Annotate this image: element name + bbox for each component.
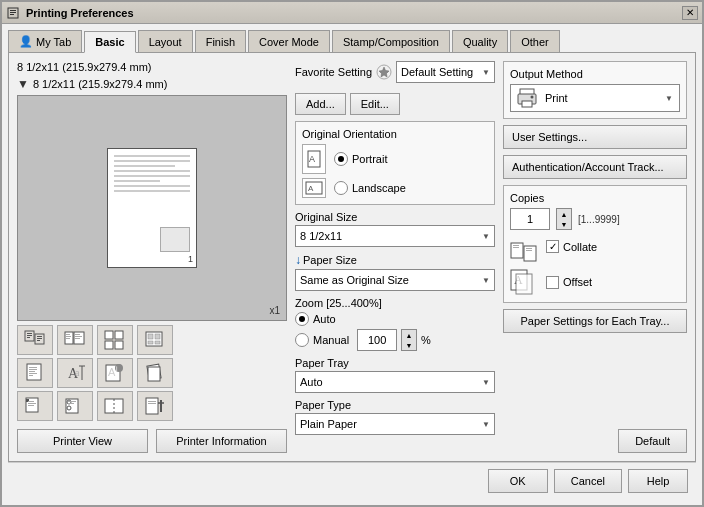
svg-rect-80 [516,274,532,294]
favorite-row: Favorite Setting Default Setting ▼ [295,61,495,83]
fold-icon-btn[interactable] [97,391,133,421]
middle-panel: Favorite Setting Default Setting ▼ Add. [295,61,495,453]
zoom-unit: % [421,334,431,346]
zoom-down-button[interactable]: ▼ [402,340,416,350]
copies-input[interactable] [510,208,550,230]
svg-rect-11 [37,340,40,341]
printer-view-button[interactable]: Printer View [17,429,148,453]
main-content: 👤 My Tab Basic Layout Finish Cover Mode … [2,24,702,505]
portrait-radio[interactable]: Portrait [334,152,387,166]
zoom-up-button[interactable]: ▲ [402,330,416,340]
help-button[interactable]: Help [628,469,688,493]
portrait-radio-icon [334,152,348,166]
svg-rect-18 [75,336,82,337]
svg-rect-26 [155,334,160,339]
svg-rect-13 [66,334,70,335]
svg-rect-48 [28,403,36,404]
manual-zoom-label: Manual [313,334,349,346]
default-button[interactable]: Default [618,429,687,453]
offset-row: A Offset [510,268,680,296]
tab-layout[interactable]: Layout [138,30,193,52]
paper-type-group: Paper Type Plain Paper ▼ [295,399,495,435]
collate-label: Collate [563,241,597,253]
user-settings-button[interactable]: User Settings... [503,125,687,149]
svg-rect-31 [29,369,37,370]
page-line [114,165,175,167]
svg-rect-30 [29,367,37,368]
tab-other[interactable]: Other [510,30,560,52]
original-size-select[interactable]: 8 1/2x11 ▼ [295,225,495,247]
print-page-icon-btn[interactable] [17,358,53,388]
output-method-select[interactable]: Print ▼ [510,84,680,112]
staple-icon-btn[interactable] [17,391,53,421]
svg-rect-1 [10,10,16,11]
copies-down-button[interactable]: ▼ [557,219,571,229]
paper-size-label: Paper Size [303,254,357,266]
favorite-select[interactable]: Default Setting ▼ [396,61,495,83]
paper-type-select[interactable]: Plain Paper ▼ [295,413,495,435]
paper-tray-arrow-icon: ▼ [482,378,490,387]
page-line [114,170,190,172]
svg-rect-20 [105,331,113,339]
svg-rect-34 [29,375,33,376]
tab-cover-mode[interactable]: Cover Mode [248,30,330,52]
page-insert-icon-btn[interactable] [137,391,173,421]
svg-text:A: A [108,366,116,378]
manual-zoom-row: Manual ▲ ▼ % [295,329,495,351]
overlay-icon-btn[interactable] [137,358,173,388]
tab-basic[interactable]: Basic [84,31,135,53]
page-line [114,155,190,157]
tab-bar: 👤 My Tab Basic Layout Finish Cover Mode … [8,30,696,52]
tab-stamp-composition[interactable]: Stamp/Composition [332,30,450,52]
paper-settings-button[interactable]: Paper Settings for Each Tray... [503,309,687,333]
paper-tray-select[interactable]: Auto ▼ [295,371,495,393]
orientation-section: Original Orientation A Portrait [295,121,495,205]
landscape-radio-icon [334,181,348,195]
svg-point-71 [531,96,534,99]
copies-title: Copies [510,192,680,204]
svg-rect-44 [148,367,160,381]
printer-information-button[interactable]: Printer Information [156,429,287,453]
auto-zoom-radio[interactable]: Auto [295,312,495,326]
tab-quality[interactable]: Quality [452,30,508,52]
add-button[interactable]: Add... [295,93,346,115]
svg-text:A: A [309,154,315,164]
paper-size-select[interactable]: Same as Original Size ▼ [295,269,495,291]
svg-point-52 [67,406,71,410]
poster-icon-btn[interactable] [97,325,133,355]
booklet-icon-btn[interactable] [57,325,93,355]
text-icon-btn[interactable]: A a [57,358,93,388]
manual-zoom-radio[interactable]: Manual [295,333,349,347]
paper-size-select-arrow-icon: ▼ [482,276,490,285]
zoom-input[interactable] [357,329,397,351]
zoom-label: Zoom [25...400%] [295,297,495,309]
page-lines [114,155,190,192]
collate-icon [510,238,540,266]
original-size-label: Original Size [295,211,495,223]
image-repeat-icon-btn[interactable] [137,325,173,355]
landscape-row: A Landscape [302,178,488,198]
svg-rect-21 [115,331,123,339]
cancel-button[interactable]: Cancel [554,469,622,493]
zoom-spinner[interactable]: ▲ ▼ [401,329,417,351]
svg-rect-49 [28,405,34,406]
collate-checkbox[interactable] [546,240,559,253]
watermark-icon-btn[interactable]: A i [97,358,133,388]
svg-rect-76 [526,248,532,249]
svg-rect-59 [148,403,156,404]
ok-button[interactable]: OK [488,469,548,493]
auth-button[interactable]: Authentication/Account Track... [503,155,687,179]
edit-button[interactable]: Edit... [350,93,400,115]
close-button[interactable]: ✕ [682,6,698,20]
offset-checkbox[interactable] [546,276,559,289]
landscape-radio[interactable]: Landscape [334,181,406,195]
copy-layout-icon-btn[interactable] [17,325,53,355]
svg-rect-57 [146,398,158,414]
copies-spinner[interactable]: ▲ ▼ [556,208,572,230]
tab-my-tab[interactable]: 👤 My Tab [8,30,82,52]
tab-finish[interactable]: Finish [195,30,246,52]
copies-icons-row: Collate [510,234,680,266]
svg-rect-27 [148,341,153,344]
copies-up-button[interactable]: ▲ [557,209,571,219]
punch-icon-btn[interactable] [57,391,93,421]
